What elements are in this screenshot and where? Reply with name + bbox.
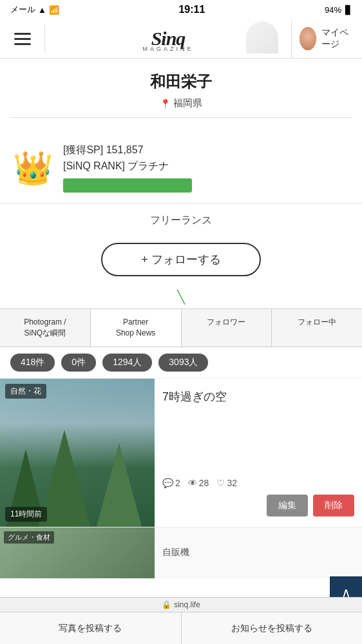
count-follower: 1294人 bbox=[102, 354, 152, 372]
status-time: 19:11 bbox=[178, 4, 205, 15]
avatar bbox=[300, 27, 316, 50]
post-stats: 💬 2 👁 28 ♡ 32 bbox=[162, 439, 354, 488]
next-post-text: 自販機 bbox=[162, 547, 189, 558]
tab-follower-label: フォロワー bbox=[207, 317, 245, 327]
crown-icon: 👑 bbox=[13, 152, 53, 184]
location-icon: 📍 bbox=[160, 99, 171, 109]
next-post-row: グルメ・食材 自販機 bbox=[0, 527, 362, 578]
battery-percent: 94% bbox=[325, 5, 341, 15]
comment-stat: 💬 2 bbox=[162, 478, 180, 488]
post-image: 自然・花 11時間前 bbox=[0, 379, 155, 527]
tab-bar: Photogram / SiNQな瞬間 PartnerShop News フォロ… bbox=[0, 308, 362, 347]
rank-label: [SiNQ RANK] bbox=[63, 160, 125, 171]
follow-button[interactable]: + フォローする bbox=[101, 243, 261, 276]
post-tag: 自然・花 bbox=[5, 384, 46, 399]
comment-icon: 💬 bbox=[162, 478, 173, 488]
signal-icon: ▲ bbox=[38, 5, 46, 15]
post-title: 7時過ぎの空 bbox=[162, 389, 354, 404]
tab-photogram-label: Photogram / SiNQな瞬間 bbox=[24, 317, 66, 337]
sp-value: 151,857 bbox=[106, 144, 144, 155]
view-stat: 👁 28 bbox=[188, 478, 209, 488]
count-bar: 418件 0件 1294人 3093人 bbox=[0, 347, 362, 378]
tab-partner-label: PartnerShop News bbox=[116, 317, 155, 337]
comment-count: 2 bbox=[175, 478, 180, 488]
tab-following[interactable]: フォロー中 bbox=[272, 309, 362, 346]
sp-info: [獲得SP] 151,857 bbox=[63, 144, 349, 157]
profile-location: 📍 福岡県 bbox=[10, 97, 352, 109]
location-text: 福岡県 bbox=[173, 97, 202, 109]
deco-line: ╲ bbox=[0, 289, 362, 308]
like-icon: ♡ bbox=[216, 478, 225, 488]
next-post-tag: グルメ・食材 bbox=[4, 531, 54, 544]
logo-subtitle: MAGAZINE bbox=[142, 46, 193, 52]
content-grid: 自然・花 11時間前 7時過ぎの空 💬 2 👁 28 ♡ 32 編集 削除 bbox=[0, 378, 362, 527]
header: Sinq MAGAZINE マイページ bbox=[0, 19, 362, 59]
rank-section: 👑 [獲得SP] 151,857 [SiNQ RANK] プラチナ bbox=[0, 133, 362, 203]
wifi-icon: 📶 bbox=[49, 5, 59, 15]
next-post-image: グルメ・食材 bbox=[0, 527, 155, 578]
logo-area: Sinq MAGAZINE bbox=[45, 21, 291, 56]
view-count: 28 bbox=[199, 478, 209, 488]
avatar-face bbox=[300, 27, 316, 50]
tab-follower[interactable]: フォロワー bbox=[182, 309, 272, 346]
status-left: メール ▲ 📶 bbox=[10, 4, 59, 15]
next-post-content: 自販機 bbox=[155, 527, 362, 578]
hamburger-icon bbox=[14, 33, 31, 45]
status-right: 94% ▊ bbox=[325, 5, 352, 15]
like-count: 32 bbox=[227, 478, 237, 488]
profile-name: 和田栄子 bbox=[10, 71, 352, 92]
follow-button-wrap: + フォローする bbox=[0, 238, 362, 289]
like-stat: ♡ 32 bbox=[216, 478, 237, 488]
delete-button[interactable]: 削除 bbox=[313, 495, 354, 516]
rank-bar bbox=[63, 178, 192, 193]
logo-image bbox=[246, 21, 278, 53]
count-partner: 0件 bbox=[61, 354, 96, 372]
menu-button[interactable] bbox=[0, 25, 45, 53]
rank-info: [獲得SP] 151,857 [SiNQ RANK] プラチナ bbox=[63, 144, 349, 193]
view-icon: 👁 bbox=[188, 478, 197, 488]
divider-top bbox=[10, 117, 352, 118]
edit-button[interactable]: 編集 bbox=[267, 495, 308, 516]
rank-value: プラチナ bbox=[128, 160, 169, 171]
sp-label: [獲得SP] bbox=[63, 144, 103, 155]
scroll-up-button[interactable]: ∧ bbox=[330, 576, 362, 578]
post-image-bg bbox=[0, 379, 155, 527]
profile-section: 和田栄子 📍 福岡県 bbox=[0, 59, 362, 133]
tab-partner-shop[interactable]: PartnerShop News bbox=[91, 309, 182, 346]
rank-label-row: [SiNQ RANK] プラチナ bbox=[63, 160, 349, 173]
count-following: 3093人 bbox=[158, 354, 208, 372]
post-actions: 編集 削除 bbox=[162, 495, 354, 516]
divider-rank bbox=[0, 203, 362, 204]
occupation: フリーランス bbox=[0, 209, 362, 238]
tab-photogram[interactable]: Photogram / SiNQな瞬間 bbox=[0, 309, 91, 346]
tab-following-label: フォロー中 bbox=[298, 317, 336, 327]
count-photogram: 418件 bbox=[10, 354, 55, 372]
mypage-label: マイページ bbox=[321, 27, 354, 50]
carrier-label: メール bbox=[10, 4, 35, 15]
battery-icon: ▊ bbox=[345, 5, 352, 15]
post-time: 11時間前 bbox=[5, 507, 47, 522]
status-bar: メール ▲ 📶 19:11 94% ▊ bbox=[0, 0, 362, 19]
mypage-button[interactable]: マイページ bbox=[291, 19, 362, 58]
post-content: 7時過ぎの空 💬 2 👁 28 ♡ 32 編集 削除 bbox=[155, 379, 362, 527]
